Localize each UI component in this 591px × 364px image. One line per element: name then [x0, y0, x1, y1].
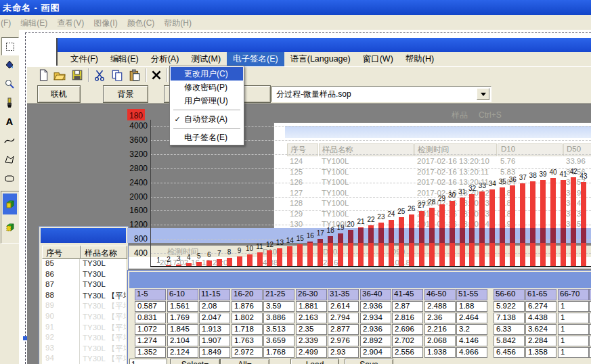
table-cell[interactable]: 2.936 — [360, 324, 391, 335]
list-item[interactable]: 92TY30L 【平均】 — [42, 333, 126, 343]
app-menu-item[interactable]: 文件(F) — [64, 52, 104, 66]
dropdown-menu-item[interactable]: 更改用户(C) — [171, 67, 243, 81]
table-cell[interactable]: 2.614 — [328, 301, 359, 312]
online-button[interactable]: 联机 — [37, 85, 81, 103]
table-cell[interactable]: 2.35 — [296, 324, 327, 335]
window-titlebar[interactable] — [41, 228, 126, 243]
table-cell[interactable]: 1.802 — [232, 313, 263, 323]
table-cell[interactable]: 0.587 — [135, 301, 166, 312]
paste-icon[interactable] — [129, 69, 141, 81]
list-item[interactable]: 90TY30L 【平均】 — [42, 312, 126, 322]
table-cell[interactable]: 3.659 — [263, 336, 294, 346]
table-cell[interactable]: 1 — [558, 324, 589, 335]
table-cell[interactable]: 2.339 — [296, 336, 327, 346]
table-cell[interactable]: 1 — [558, 336, 589, 346]
table-cell[interactable]: 2.488 — [424, 301, 456, 312]
table-cell[interactable]: 2.976 — [328, 336, 359, 346]
table-cell[interactable]: 2.794 — [328, 313, 359, 323]
table-cell[interactable]: 2.556 — [392, 347, 423, 358]
table-cell[interactable]: 2.499 — [296, 347, 327, 358]
table-cell[interactable]: 3.2 — [456, 324, 487, 335]
table-cell[interactable]: 4.966 — [456, 347, 487, 358]
fill-tool-icon[interactable] — [1, 56, 18, 73]
table-cell[interactable]: 6.456 — [494, 347, 525, 358]
table-cell[interactable]: 2.284 — [525, 336, 556, 346]
table-cell[interactable]: 1.88 — [456, 301, 487, 312]
load-button[interactable]: Load — [290, 359, 339, 364]
table-cell[interactable]: 1.881 — [296, 301, 327, 312]
magnifier-tool-icon[interactable] — [1, 75, 18, 92]
table-cell[interactable]: 1.845 — [167, 324, 198, 335]
table-cell[interactable]: 3.59 — [263, 301, 294, 312]
table-cell[interactable]: 4.146 — [456, 336, 487, 346]
table-cell[interactable]: 2.08 — [199, 301, 230, 312]
table-cell[interactable]: 2.93 — [328, 347, 359, 358]
app-menu-item[interactable]: 语言(Language) — [284, 52, 357, 66]
list-item[interactable]: 94TY30L 【平均】 — [42, 354, 126, 364]
table-cell[interactable]: 2.816 — [392, 313, 423, 323]
table-cell[interactable]: 2.068 — [424, 336, 456, 346]
all-button[interactable]: All= — [220, 359, 269, 364]
delete-icon[interactable] — [150, 69, 162, 81]
table-cell[interactable]: 1.718 — [232, 324, 263, 335]
save-button[interactable]: Save — [345, 359, 393, 364]
table-cell[interactable]: 2.696 — [392, 324, 423, 335]
app-menu-item[interactable]: 分析(A) — [145, 52, 185, 66]
app-menu-item[interactable]: 电子签名(E) — [227, 52, 284, 66]
table-cell[interactable]: 1 — [558, 313, 589, 323]
table-cell[interactable]: 1.849 — [199, 347, 230, 358]
app-menu-item[interactable]: 帮助(H) — [399, 52, 440, 66]
table-cell[interactable]: 2.934 — [360, 313, 391, 323]
list-item[interactable]: 85TY30L — [42, 259, 126, 269]
paint-canvas[interactable]: 文件(F)编辑(E)分析(A)测试(M)电子签名(E)语言(Language)窗… — [19, 30, 591, 364]
list-item[interactable]: 91TY30L 【平均】 — [42, 323, 126, 333]
text-tool-icon[interactable]: A — [1, 113, 18, 130]
window-titlebar[interactable] — [129, 272, 591, 288]
table-cell[interactable]: 2.216 — [424, 324, 456, 335]
table-cell[interactable]: 1.769 — [167, 313, 198, 323]
table-cell[interactable]: 1.763 — [232, 336, 263, 346]
table-cell[interactable]: 2.047 — [199, 313, 230, 323]
table-cell[interactable]: 2.124 — [167, 347, 198, 358]
table-cell[interactable]: 1.938 — [424, 347, 456, 358]
table-cell[interactable]: 6.33 — [494, 324, 525, 335]
app-menu-item[interactable]: 窗口(W) — [357, 52, 399, 66]
row-count-input[interactable] — [129, 359, 167, 364]
select-button[interactable]: Select= — [170, 359, 220, 364]
table-cell[interactable]: 2.464 — [456, 313, 487, 323]
table-cell[interactable]: 2.36 — [424, 313, 456, 323]
cut-icon[interactable] — [93, 69, 106, 81]
paint-titlebar[interactable]: 未命名 - 画图 — [0, 0, 591, 15]
table-cell[interactable]: 1.907 — [199, 336, 230, 346]
table-cell[interactable]: 0.831 — [135, 313, 166, 323]
table-cell[interactable]: 2.163 — [296, 313, 327, 323]
dropdown-menu-item[interactable]: ✓自动登录(A) — [171, 112, 243, 126]
table-cell[interactable]: 1.352 — [135, 347, 166, 358]
table-cell[interactable]: 2.972 — [232, 347, 263, 358]
app-menu-item[interactable]: 测试(M) — [185, 52, 227, 66]
list-item[interactable]: 88TY30L 【平均】 — [42, 291, 126, 301]
curve-tool-icon[interactable] — [1, 132, 18, 149]
dropdown-menu-item[interactable]: 修改密码(P) — [171, 81, 243, 94]
table-cell[interactable]: 1.274 — [135, 336, 166, 346]
table-cell[interactable]: 1.876 — [232, 301, 263, 312]
dropdown-menu-item[interactable]: 电子签名(E) — [171, 131, 243, 144]
table-cell[interactable]: 6.274 — [525, 301, 556, 312]
save-icon[interactable] — [71, 69, 83, 81]
brush-tool-icon[interactable] — [1, 94, 18, 111]
table-cell[interactable]: 3.624 — [525, 324, 556, 335]
rounded-rect-tool-icon[interactable] — [1, 170, 18, 187]
table-cell[interactable]: 1.561 — [167, 301, 198, 312]
app-titlebar[interactable] — [58, 38, 591, 52]
table-cell[interactable]: 3.513 — [263, 324, 294, 335]
table-cell[interactable]: 2.104 — [167, 336, 198, 346]
paint-menu-item[interactable]: (F) — [0, 16, 16, 30]
table-cell[interactable]: 2.936 — [360, 301, 391, 312]
table-cell[interactable]: 1.072 — [135, 324, 166, 335]
sop-combobox[interactable]: 分过程-微量样品.sop — [271, 86, 491, 102]
list-item[interactable]: 86TY30L — [42, 270, 126, 280]
copy-icon[interactable] — [111, 69, 123, 81]
dropdown-menu-item[interactable]: 用户管理(U) — [171, 94, 243, 108]
list-item[interactable]: 87TY30L — [42, 280, 126, 290]
open-file-icon[interactable] — [53, 69, 66, 81]
